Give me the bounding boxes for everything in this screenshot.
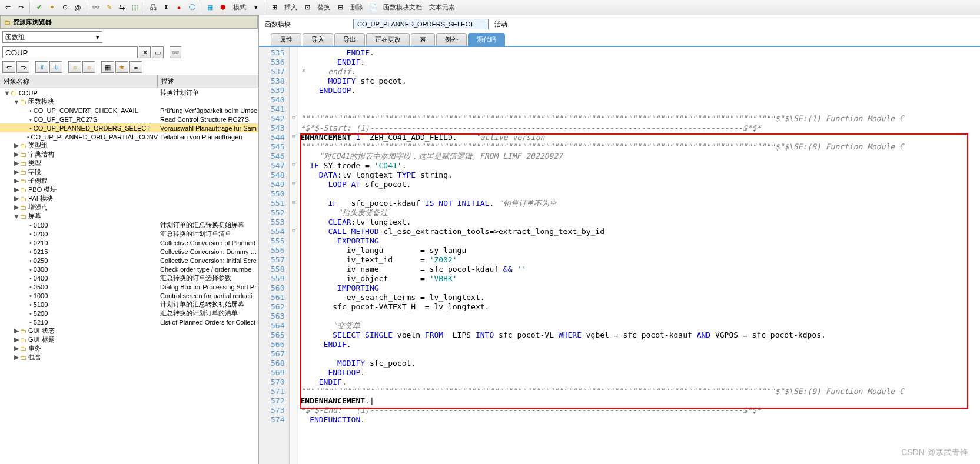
fold-mark[interactable] [290,405,297,414]
tree-row[interactable]: •5100计划订单的汇总转换初始屏幕 [0,300,258,309]
code-line[interactable]: ENDLOOP. [300,86,980,95]
fndoc-label[interactable]: 函数模块文档 [381,3,424,12]
breakpoint-icon[interactable]: ● [174,2,184,13]
code-line[interactable]: ENDENHANCEMENT.| [300,396,980,406]
fold-mark[interactable] [290,282,297,292]
code-line[interactable] [300,105,980,114]
code-line[interactable]: iv_text_id = 'Z002' [300,255,980,265]
tree-row[interactable]: ▶🗀字段 [0,168,258,176]
fold-mark[interactable] [290,263,297,273]
fold-mark[interactable] [290,254,297,263]
insert-icon[interactable]: ⊞ [269,2,280,13]
tree-row[interactable]: •CO_UP_GET_RC27SRead Control Structure R… [0,115,258,123]
tree-row[interactable]: •0200汇总转换的计划订单清单 [0,229,258,238]
otherobj-icon[interactable]: ⇆ [117,2,127,13]
tab-2[interactable]: 导出 [334,33,365,46]
mode-dd-icon[interactable]: ▾ [251,2,261,13]
fold-mark[interactable] [290,292,297,301]
insert-label[interactable]: 插入 [282,3,300,12]
delete-label[interactable]: 删除 [348,3,366,12]
code-line[interactable]: "抬头发货备注 [300,208,980,218]
fold-mark[interactable] [290,169,297,179]
code-line[interactable]: iv_object = 'VBBK' [300,274,980,283]
fold-column[interactable]: ⊟⊟⊟⊟⊟⊟ [290,47,298,464]
tree-row[interactable]: ▼🗀函数模块 [0,97,258,106]
tree-list-icon[interactable]: ≡ [129,61,142,73]
display-obj-icon[interactable]: 👓 [170,46,181,58]
fold-mark[interactable] [290,216,297,226]
whereused-icon[interactable]: @ [72,2,83,13]
code-line[interactable]: sfc_pocot-VATEXT_H = lv_longtext. [300,302,980,312]
tree-row[interactable]: •5200汇总转换的计划订单的清单 [0,309,258,318]
tab-3[interactable]: 正在更改 [366,33,410,46]
code-line[interactable]: IF sfc_pocot-kdauf IS NOT INITIAL. "销售订单… [300,199,980,208]
edit-icon[interactable]: ✎ [104,2,114,13]
fold-mark[interactable] [290,47,297,56]
tree-up-icon[interactable]: ⇧ [35,61,48,73]
tab-5[interactable]: 例外 [436,33,467,46]
tree-row[interactable]: ▶🗀增强点 [0,203,258,212]
pretty-icon[interactable]: ⬢ [218,2,228,13]
code-line[interactable]: ENDIF. [300,340,980,349]
toggle-icon[interactable]: 品 [148,2,158,13]
replace-label[interactable]: 替换 [315,3,333,12]
code-line[interactable]: IF SY-tcode = 'CO41'. [300,161,980,171]
code-line[interactable]: MODIFY sfc_pocot. [300,359,980,368]
code-line[interactable]: ENDIF. [300,378,980,387]
fold-mark[interactable] [290,207,297,216]
fold-mark[interactable]: ⊟ [290,132,297,141]
code-line[interactable]: iv_langu = sy-langu [300,246,980,255]
clear-icon[interactable]: ✕ [139,46,151,58]
code-line[interactable]: "对CO41的报表中添加字段，这里是赋值逻辑。FROM LIMF 2022092… [300,152,980,161]
display-icon[interactable]: 👓 [91,2,101,13]
code-line[interactable]: IMPORTING [300,283,980,293]
code-line[interactable] [300,349,980,359]
nav-back-icon[interactable]: ⇐ [2,2,13,13]
tree-fwd-icon[interactable]: ⇒ [16,61,29,73]
fold-mark[interactable]: ⊟ [290,226,297,235]
code-line[interactable] [300,95,980,105]
expand-icon[interactable]: ▶ [13,327,20,335]
fold-mark[interactable] [290,339,297,348]
tree-refresh-icon[interactable]: ▦ [101,61,114,73]
code-line[interactable]: ENDIF. [300,48,980,58]
tree-row[interactable]: •0100计划订单的汇总转换初始屏幕 [0,221,258,229]
tree-row[interactable]: •0210Collective Conversion of Planned [0,238,258,247]
tree-row[interactable]: •1000Control screen for partial reducti [0,291,258,300]
fold-mark[interactable] [290,104,297,113]
tree-row[interactable]: ▶🗀GUI 标题 [0,335,258,344]
tree-row[interactable]: ▶🗀事务 [0,344,258,353]
code-line[interactable]: *$*$-End: (1)---------------------------… [300,406,980,415]
expand-icon[interactable]: ▼ [13,98,20,105]
enhance-icon[interactable]: ⬚ [129,2,140,13]
object-name-input[interactable] [2,46,138,58]
expand-icon[interactable]: ▶ [13,142,20,149]
expand-icon[interactable]: ▶ [13,345,20,352]
fold-mark[interactable] [290,329,297,339]
tree-row[interactable]: ▶🗀子例程 [0,176,258,185]
expand-icon[interactable]: ▶ [13,159,20,167]
tree-row[interactable]: •CO_UP_CONVERT_CHECK_AVAILPrüfung Verfüg… [0,106,258,115]
tab-4[interactable]: 表 [411,33,435,46]
expand-icon[interactable]: ▼ [4,89,11,96]
tree-findnext-icon[interactable]: ⌕ [82,61,95,73]
tree-row[interactable]: ▶🗀类型 [0,159,258,168]
tree-back-icon[interactable]: ⇐ [2,61,15,73]
code-line[interactable]: ENDLOOP. [300,368,980,378]
code-line[interactable]: * endif. [300,67,980,76]
fold-mark[interactable] [290,141,297,151]
tree-row[interactable]: ▶🗀PAI 模块 [0,194,258,203]
fold-mark[interactable] [290,94,297,104]
textelem-label[interactable]: 文本元素 [427,3,457,12]
code-line[interactable]: CLEAR:lv_longtext. [300,218,980,227]
fold-mark[interactable] [290,245,297,254]
mode-label[interactable]: 模式 [231,3,248,12]
code-line[interactable]: *$*$-Start: (1)-------------------------… [300,123,980,133]
fold-mark[interactable] [290,348,297,358]
expand-icon[interactable]: ▶ [13,336,20,343]
tab-0[interactable]: 属性 [271,33,301,46]
tab-1[interactable]: 导入 [303,33,333,46]
hier-icon[interactable]: ⬍ [161,2,171,13]
fold-mark[interactable] [290,395,297,405]
code-line[interactable]: iv_name = sfc_pocot-kdauf && '' [300,265,980,274]
